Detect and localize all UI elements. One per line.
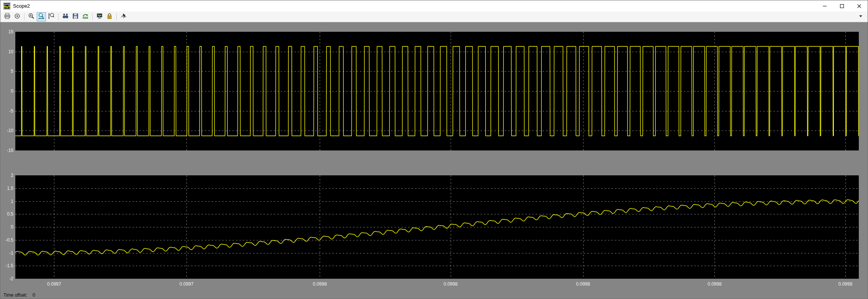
toolbar [0,11,868,22]
title-bar: Scope2 [0,0,868,11]
zoom-y-button[interactable] [47,12,56,21]
parameters-button[interactable] [13,12,22,21]
scope-display-area: Time offset: 0 151050-5-10-1521.510.50-0… [0,23,868,299]
close-button[interactable] [850,0,868,11]
toolbar-separator [92,13,93,20]
y-tick-label: 0 [0,224,13,230]
y-tick-label: 5 [0,69,13,74]
status-bar: Time offset: 0 [3,292,35,298]
zoom-x-icon [38,13,45,21]
save-axes-button[interactable] [71,12,80,21]
caption-buttons [816,0,868,11]
y-tick-label: 0 [0,88,13,94]
toolbar-separator [24,13,25,20]
filtered-output-plot[interactable] [15,175,859,279]
binoculars-icon [62,13,69,21]
filtered-waveform-canvas[interactable] [15,175,859,279]
x-tick-label: 0.0998 [437,281,464,287]
scope-window: Scope2 [0,0,868,299]
minimize-button[interactable] [816,0,833,11]
floppy-disk-icon [72,13,79,21]
maximize-button[interactable] [833,0,850,11]
toolbar-separator [58,13,59,20]
parameters-icon [14,13,21,21]
signal-selection-button[interactable] [119,12,128,21]
toolbar-separator [116,13,117,20]
y-tick-label: -15 [0,148,13,153]
y-tick-label: -1 [0,250,13,256]
floating-scope-button[interactable] [95,12,104,21]
zoom-x-button[interactable] [37,12,46,21]
zoom-y-icon [48,13,55,21]
y-tick-label: 10 [0,49,13,54]
window-title: Scope2 [13,3,30,9]
y-tick-label: -0.5 [0,237,13,243]
y-tick-label: -1.5 [0,263,13,268]
y-tick-label: 15 [0,29,13,34]
lock-axes-button[interactable] [105,12,114,21]
printer-icon [4,13,11,21]
x-tick-label: 0.0998 [570,281,597,287]
x-tick-label: 0.0998 [832,281,859,287]
monitor-icon [96,13,103,21]
y-tick-label: -5 [0,108,13,114]
restore-axes-button[interactable] [81,12,90,21]
y-tick-label: -10 [0,128,13,133]
chevron-down-icon [858,14,863,20]
toolbar-overflow-button[interactable] [856,12,865,21]
y-tick-label: 1 [0,199,13,204]
time-offset-value: 0 [33,292,35,298]
pwm-plot[interactable] [15,32,859,150]
padlock-icon [106,13,113,21]
y-tick-label: 2 [0,173,13,178]
zoom-button[interactable] [27,12,36,21]
x-tick-label: 0.0998 [701,281,728,287]
zoom-icon [28,13,35,21]
x-tick-label: 0.0997 [41,281,67,287]
x-tick-label: 0.0997 [173,281,200,287]
restore-arrow-icon [82,13,89,21]
y-tick-label: 0.5 [0,211,13,217]
autoscale-button[interactable] [61,12,70,21]
pwm-waveform-canvas[interactable] [15,32,859,150]
scope-app-icon [3,3,10,10]
y-tick-label: -2 [0,276,13,281]
y-tick-label: 1.5 [0,186,13,191]
time-offset-label: Time offset: [3,292,27,298]
signal-selection-icon [120,13,127,21]
x-tick-label: 0.0998 [306,281,333,287]
print-button[interactable] [3,12,12,21]
